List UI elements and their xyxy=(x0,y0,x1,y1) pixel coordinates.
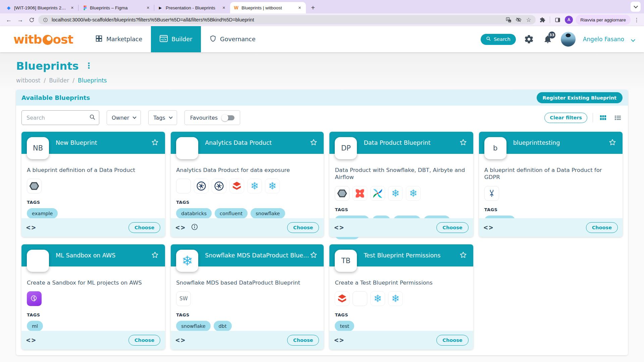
close-icon[interactable]: ✕ xyxy=(297,5,303,11)
choose-button[interactable]: Choose xyxy=(436,222,468,233)
breadcrumb-separator: / xyxy=(72,77,74,84)
close-icon[interactable]: ✕ xyxy=(69,5,75,11)
eye-off-icon[interactable] xyxy=(515,16,522,23)
extensions-icon[interactable] xyxy=(538,15,547,24)
tab-figma[interactable]: Blueprints – Figma ✕ xyxy=(78,2,154,13)
favourite-star-icon[interactable] xyxy=(459,251,468,260)
tech-icons-row: ❄ ❄ xyxy=(335,291,468,306)
choose-button[interactable]: Choose xyxy=(586,222,618,233)
user-menu-chevron-icon[interactable] xyxy=(632,36,635,43)
card-footer: <> Choose xyxy=(329,218,473,237)
code-icon[interactable]: <> xyxy=(175,336,186,344)
tags-filter-dropdown[interactable]: Tags xyxy=(148,110,177,125)
logo-text: witb xyxy=(13,33,42,46)
nav-label: Marketplace xyxy=(106,36,142,43)
restart-to-update-button[interactable]: Riavvia per aggiornare xyxy=(576,15,631,25)
choose-button[interactable]: Choose xyxy=(287,222,319,233)
nav-marketplace[interactable]: Marketplace xyxy=(87,26,151,52)
tag-chips: ml xyxy=(27,321,160,331)
list-view-icon[interactable] xyxy=(613,113,623,122)
close-icon[interactable]: ✕ xyxy=(221,5,227,11)
global-search-button[interactable]: Search xyxy=(481,34,516,45)
new-tab-button[interactable]: + xyxy=(308,3,318,13)
owner-filter-dropdown[interactable]: Owner xyxy=(107,110,141,125)
code-icon[interactable]: <> xyxy=(26,224,37,232)
tags-heading: TAGS xyxy=(335,312,468,317)
code-icon[interactable]: <> xyxy=(484,224,494,232)
url-omnibox[interactable]: localhost:3000/wb-scaffolder/blueprints?… xyxy=(38,15,536,24)
favourite-star-icon[interactable] xyxy=(309,251,318,260)
blueprint-search-field[interactable] xyxy=(21,110,99,125)
choose-button[interactable]: Choose xyxy=(128,222,160,233)
close-icon[interactable]: ✕ xyxy=(145,5,151,11)
favourite-star-icon[interactable] xyxy=(608,138,617,147)
code-builder-icon: </> xyxy=(160,35,168,44)
tab-presentation[interactable]: ▶ Presentation - Blueprints ✕ xyxy=(154,2,230,13)
page-kebab-menu-icon[interactable]: ⋮ xyxy=(85,63,93,69)
card-footer: <> Choose xyxy=(329,331,473,350)
register-existing-blueprint-button[interactable]: Register Existing Blueprint xyxy=(537,92,623,103)
browser-profile-avatar[interactable]: A xyxy=(565,16,573,24)
clear-filters-button[interactable]: Clear filters xyxy=(544,113,587,123)
translate-icon[interactable]: Aa xyxy=(505,16,512,23)
card-title: blueprinttesting xyxy=(513,139,608,146)
favourite-star-icon[interactable] xyxy=(150,251,160,260)
tag-chip: test xyxy=(335,321,354,331)
tags-heading: TAGS xyxy=(484,207,617,212)
choose-button[interactable]: Choose xyxy=(287,335,319,346)
code-icon[interactable]: <> xyxy=(26,336,37,344)
user-name[interactable]: Angelo Fasano xyxy=(583,36,624,43)
bookmark-star-icon[interactable]: ☆ xyxy=(525,16,532,23)
nav-builder[interactable]: </> Builder xyxy=(151,26,201,52)
card-title: New Blueprint xyxy=(56,139,150,146)
settings-gear-icon[interactable] xyxy=(523,34,535,45)
avatar-initials: DP xyxy=(341,144,351,152)
nav-label: Builder xyxy=(171,36,192,43)
notification-count-badge: 33 xyxy=(548,32,555,39)
tag-chip: ml xyxy=(27,321,43,331)
tab-jira[interactable]: ◆ [WIT-1906] Blueprints 2.0 - ✕ xyxy=(3,2,78,13)
choose-button[interactable]: Choose xyxy=(436,335,468,346)
card-avatar: b xyxy=(484,137,506,159)
reload-icon[interactable] xyxy=(27,15,36,24)
tech-icons-row: ❄ ❄ xyxy=(176,179,318,193)
info-icon[interactable] xyxy=(191,223,198,232)
grid-view-icon[interactable] xyxy=(598,113,608,122)
code-icon[interactable]: <> xyxy=(334,224,344,232)
site-info-icon[interactable] xyxy=(42,16,49,23)
main-nav: Marketplace </> Builder Governance xyxy=(87,26,264,52)
back-icon[interactable]: ← xyxy=(4,15,13,24)
user-avatar[interactable] xyxy=(561,32,576,47)
tag-chip: dbt xyxy=(214,321,232,331)
side-panel-icon[interactable] xyxy=(553,15,562,24)
shield-icon xyxy=(210,35,216,44)
search-label: Search xyxy=(494,37,511,42)
card-title: Snowflake MDS DataProduct Blue… xyxy=(205,252,309,259)
witboost-logo[interactable]: witbost xyxy=(13,33,73,46)
favourites-toggle[interactable] xyxy=(222,115,234,120)
snowflake-icon: ❄ xyxy=(370,291,385,306)
card-title: Data Product Blueprint xyxy=(364,139,458,146)
figma-icon xyxy=(82,5,87,10)
code-icon[interactable]: <> xyxy=(175,224,186,232)
card-footer: <> Choose xyxy=(171,331,324,350)
snowflake-icon: ❄ xyxy=(247,179,262,193)
code-icon[interactable]: <> xyxy=(334,336,344,344)
forward-icon[interactable]: → xyxy=(15,15,25,24)
snowflake-icon: ❄ xyxy=(406,186,421,201)
favourite-star-icon[interactable] xyxy=(309,138,318,147)
favourite-star-icon[interactable] xyxy=(459,138,468,147)
tab-witboost-active[interactable]: W Blueprints | witboost ✕ xyxy=(230,2,306,13)
nav-governance[interactable]: Governance xyxy=(201,26,264,52)
search-input[interactable] xyxy=(26,115,89,121)
choose-button[interactable]: Choose xyxy=(128,335,160,346)
notifications-bell-icon[interactable]: 33 xyxy=(542,34,553,45)
tech-icons-row xyxy=(27,291,160,306)
tab-search-chevron[interactable] xyxy=(631,2,641,12)
browser-tab-strip: ◆ [WIT-1906] Blueprints 2.0 - ✕ Blueprin… xyxy=(0,0,644,13)
browser-menu-icon[interactable]: ⋮ xyxy=(633,17,640,23)
breadcrumb-witboost[interactable]: witboost xyxy=(16,77,40,84)
divider xyxy=(593,113,593,122)
favourite-star-icon[interactable] xyxy=(150,138,160,147)
breadcrumb-builder[interactable]: Builder xyxy=(49,77,69,84)
